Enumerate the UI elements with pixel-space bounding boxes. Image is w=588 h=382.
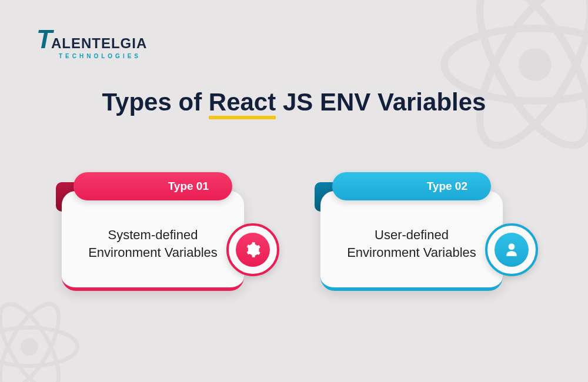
cards-container: Type 01 System-defined Environment Varia… [0, 173, 588, 297]
card-label-ribbon: Type 01 [74, 172, 232, 200]
logo-tagline: TECHNOLOGIES [59, 53, 141, 59]
card-label-ribbon: Type 02 [332, 172, 491, 200]
card-knob [485, 223, 538, 276]
bg-react-icon-large [435, 0, 588, 165]
gear-icon [236, 233, 270, 267]
svg-point-3 [519, 48, 552, 81]
user-icon [495, 233, 529, 267]
card-body: System-defined Environment Variables [62, 191, 244, 291]
company-logo: T ALENTELGIA TECHNOLOGIES [36, 25, 147, 59]
page-title: Types of React JS ENV Variables [0, 88, 588, 116]
card-text: System-defined Environment Variables [79, 226, 226, 261]
card-body: User-defined Environment Variables [320, 191, 503, 291]
title-underlined: React [209, 88, 276, 119]
card-label: Type 01 [168, 180, 209, 193]
card-type-02: Type 02 User-defined Environment Variabl… [320, 173, 526, 297]
card-text: User-defined Environment Variables [338, 226, 485, 261]
title-post: JS ENV Variables [276, 88, 486, 116]
svg-point-7 [21, 338, 38, 355]
bg-react-icon-small [0, 294, 82, 382]
logo-brand: ALENTELGIA [51, 35, 147, 52]
card-label: Type 02 [427, 180, 467, 193]
logo-mark: T [36, 25, 51, 54]
title-pre: Types of [102, 88, 209, 116]
svg-point-4 [0, 327, 78, 366]
card-type-01: Type 01 System-defined Environment Varia… [62, 173, 268, 297]
card-knob [226, 223, 279, 276]
